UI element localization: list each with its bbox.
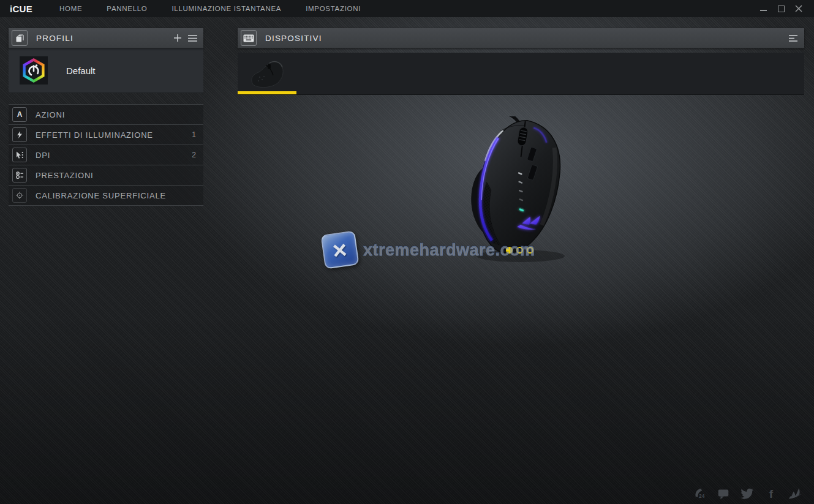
menu-item-dpi[interactable]: DPI 2	[9, 145, 203, 165]
support-24-icon[interactable]: 24	[693, 487, 706, 500]
profiles-panel-header: PROFILI	[9, 28, 203, 48]
twitter-icon[interactable]	[741, 487, 754, 500]
calibration-crosshair-icon	[12, 188, 27, 203]
menu-item-label: PRESTAZIONI	[36, 171, 94, 180]
top-menu-bar: iCUE HOME PANNELLO ILLUMINAZIONE ISTANTA…	[0, 0, 814, 17]
profiles-panel-title: PROFILI	[36, 34, 73, 43]
maximize-icon	[778, 6, 785, 12]
selected-tab-indicator	[238, 91, 296, 94]
profile-avatar	[20, 56, 48, 85]
menu-item-calibrazione-superficiale[interactable]: CALIBRAZIONE SUPERFICIALE	[9, 186, 203, 206]
actions-a-icon: A	[12, 107, 27, 122]
minimize-icon	[760, 10, 767, 11]
menu-item-badge: 2	[192, 151, 196, 159]
nav-impostazioni[interactable]: IMPOSTAZIONI	[306, 5, 361, 12]
menu-item-badge: 1	[192, 130, 196, 139]
menu-item-label: CALIBRAZIONE SUPERFICIALE	[36, 191, 166, 200]
footer-social-bar: 24 f	[693, 487, 802, 500]
window-controls	[759, 4, 803, 13]
device-tab-mouse[interactable]	[238, 53, 296, 94]
keyboard-icon	[241, 30, 257, 46]
add-profile-button[interactable]	[173, 34, 182, 42]
icue-profile-icon	[21, 58, 46, 83]
nav-pannello[interactable]: PANNELLO	[107, 5, 147, 12]
watermark-x-icon: ×	[320, 230, 359, 269]
chat-icon[interactable]	[717, 487, 730, 500]
devices-sort-icon[interactable]	[789, 34, 798, 42]
profile-item-default[interactable]: Default	[9, 48, 203, 93]
watermark-text: xtremehardware.com	[363, 241, 535, 260]
icue-logo: iCUE	[10, 4, 32, 14]
icue-window: iCUE HOME PANNELLO ILLUMINAZIONE ISTANTA…	[0, 0, 814, 504]
svg-text:24: 24	[699, 494, 705, 499]
profiles-icon	[12, 30, 28, 46]
menu-item-azioni[interactable]: A AZIONI	[9, 104, 203, 125]
menu-item-label: AZIONI	[36, 110, 65, 119]
top-navigation: HOME PANNELLO ILLUMINAZIONE ISTANTANEA I…	[59, 5, 361, 12]
profile-name: Default	[66, 66, 96, 76]
devices-panel-header: DISPOSITIVI	[238, 28, 804, 48]
menu-item-prestazioni[interactable]: PRESTAZIONI	[9, 165, 203, 186]
minimize-button[interactable]	[759, 4, 767, 13]
facebook-icon[interactable]: f	[764, 487, 778, 500]
corsair-icon[interactable]	[788, 487, 802, 500]
close-icon	[795, 5, 802, 12]
lightning-icon	[12, 127, 27, 142]
dpi-cursor-icon	[12, 148, 27, 162]
devices-panel-title: DISPOSITIVI	[265, 34, 322, 43]
menu-item-label: EFFETTI DI ILLUMINAZIONE	[36, 130, 153, 140]
menu-item-effetti-di-illuminazione[interactable]: EFFETTI DI ILLUMINAZIONE 1	[9, 125, 203, 145]
device-tab-strip	[238, 53, 804, 95]
device-settings-menu: A AZIONI EFFETTI DI ILLUMINAZIONE 1	[9, 104, 203, 206]
mouse-thumbnail	[247, 56, 287, 91]
performance-sliders-icon	[12, 168, 27, 182]
profiles-menu-button[interactable]	[188, 34, 197, 42]
nav-illuminazione-istantanea[interactable]: ILLUMINAZIONE ISTANTANEA	[171, 5, 281, 12]
maximize-button[interactable]	[777, 4, 785, 13]
close-button[interactable]	[794, 4, 803, 13]
menu-item-label: DPI	[36, 151, 50, 160]
xtremehardware-watermark: × xtremehardware.com	[323, 233, 535, 267]
nav-home[interactable]: HOME	[59, 5, 82, 12]
